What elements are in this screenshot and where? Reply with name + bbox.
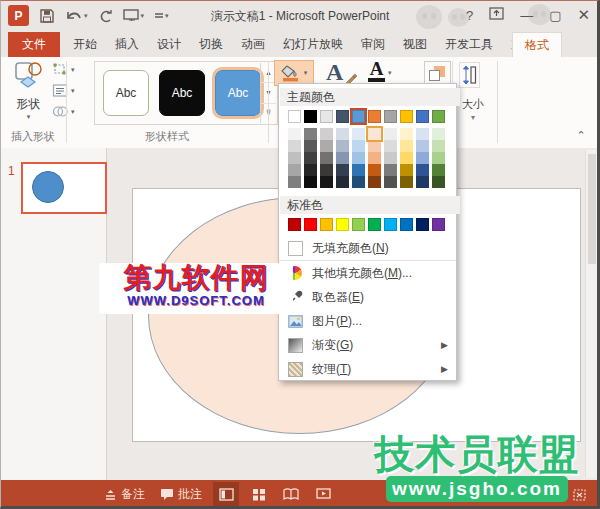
variant-color-swatch[interactable]: [384, 164, 397, 176]
standard-color-swatch[interactable]: [320, 218, 333, 231]
variant-color-swatch[interactable]: [336, 152, 349, 164]
close-button[interactable]: ✕: [577, 6, 590, 24]
variant-color-swatch[interactable]: [352, 152, 365, 164]
ribbon-tab[interactable]: 设计: [148, 32, 190, 57]
variant-color-swatch[interactable]: [368, 152, 381, 164]
variant-color-swatch[interactable]: [288, 152, 301, 164]
variant-color-swatch[interactable]: [416, 164, 429, 176]
variant-color-swatch[interactable]: [336, 164, 349, 176]
variant-color-swatch[interactable]: [400, 152, 413, 164]
standard-color-swatch[interactable]: [288, 218, 301, 231]
menu-item-no-fill[interactable]: 无填充颜色(N): [279, 236, 456, 261]
variant-color-swatch[interactable]: [432, 152, 445, 164]
redo-button[interactable]: [98, 9, 113, 23]
ribbon-tab[interactable]: 开发工具: [436, 32, 502, 57]
collapse-ribbon-button[interactable]: ⌃: [572, 129, 590, 142]
slide-thumbnail[interactable]: [21, 162, 107, 214]
variant-color-swatch[interactable]: [384, 140, 397, 152]
scrollbar-thumb[interactable]: [588, 154, 596, 264]
variant-color-swatch[interactable]: [384, 176, 397, 188]
vertical-scrollbar[interactable]: [585, 150, 598, 478]
powerpoint-logo-icon[interactable]: P: [8, 5, 29, 26]
menu-item-gradient[interactable]: 渐变(G)▶: [279, 333, 456, 357]
theme-color-swatch[interactable]: [368, 110, 381, 123]
start-slideshow-button[interactable]: ▾: [123, 9, 145, 23]
variant-color-swatch[interactable]: [432, 128, 445, 140]
variant-color-swatch[interactable]: [336, 176, 349, 188]
variant-color-swatch[interactable]: [320, 140, 333, 152]
variant-color-swatch[interactable]: [368, 140, 381, 152]
variant-color-swatch[interactable]: [320, 176, 333, 188]
edit-shape-button[interactable]: ▾: [52, 61, 75, 78]
theme-color-swatch[interactable]: [384, 110, 397, 123]
variant-color-swatch[interactable]: [304, 176, 317, 188]
variant-color-swatch[interactable]: [368, 176, 381, 188]
variant-color-swatch[interactable]: [416, 140, 429, 152]
theme-color-swatch[interactable]: [416, 110, 429, 123]
shape-style-tile[interactable]: Abc: [215, 70, 261, 116]
menu-item-texture[interactable]: 纹理(T)▶: [279, 357, 456, 381]
variant-color-swatch[interactable]: [416, 176, 429, 188]
menu-item-eyedropper[interactable]: 取色器(E): [279, 285, 456, 309]
variant-color-swatch[interactable]: [432, 176, 445, 188]
menu-item-more-fill-colors[interactable]: 其他填充颜色(M)...: [279, 261, 456, 285]
text-box-button[interactable]: ▾: [52, 82, 75, 99]
variant-color-swatch[interactable]: [352, 164, 365, 176]
variant-color-swatch[interactable]: [320, 128, 333, 140]
ribbon-tab[interactable]: 视图: [394, 32, 436, 57]
variant-color-swatch[interactable]: [288, 176, 301, 188]
variant-color-swatch[interactable]: [400, 164, 413, 176]
shapes-button[interactable]: 形状 ▾: [6, 60, 50, 126]
standard-color-swatch[interactable]: [384, 218, 397, 231]
size-button[interactable]: [459, 62, 480, 88]
ribbon-tab[interactable]: 切换: [190, 32, 232, 57]
theme-color-swatch[interactable]: [304, 110, 317, 123]
variant-color-swatch[interactable]: [336, 128, 349, 140]
standard-color-swatch[interactable]: [304, 218, 317, 231]
tab-format-active[interactable]: 格式: [512, 32, 562, 57]
merge-shapes-button[interactable]: ▾: [52, 103, 75, 120]
variant-color-swatch[interactable]: [304, 140, 317, 152]
variant-color-swatch[interactable]: [304, 128, 317, 140]
standard-color-swatch[interactable]: [352, 218, 365, 231]
theme-color-swatch[interactable]: [352, 110, 365, 123]
slideshow-view-button[interactable]: [310, 482, 336, 507]
ribbon-tab[interactable]: 开始: [64, 32, 106, 57]
tab-file[interactable]: 文件: [8, 32, 60, 57]
variant-color-swatch[interactable]: [288, 164, 301, 176]
variant-color-swatch[interactable]: [400, 140, 413, 152]
standard-color-swatch[interactable]: [368, 218, 381, 231]
variant-color-swatch[interactable]: [384, 128, 397, 140]
theme-color-swatch[interactable]: [432, 110, 445, 123]
ribbon-tab[interactable]: 幻灯片放映: [274, 32, 352, 57]
variant-color-swatch[interactable]: [320, 152, 333, 164]
normal-view-button[interactable]: [213, 482, 239, 507]
variant-color-swatch[interactable]: [432, 164, 445, 176]
variant-color-swatch[interactable]: [416, 128, 429, 140]
variant-color-swatch[interactable]: [432, 140, 445, 152]
save-icon[interactable]: [39, 8, 55, 24]
variant-color-swatch[interactable]: [400, 128, 413, 140]
theme-color-swatch[interactable]: [320, 110, 333, 123]
standard-color-swatch[interactable]: [416, 218, 429, 231]
variant-color-swatch[interactable]: [304, 164, 317, 176]
theme-color-swatch[interactable]: [336, 110, 349, 123]
reading-view-button[interactable]: [278, 482, 304, 507]
variant-color-swatch[interactable]: [368, 128, 381, 140]
variant-color-swatch[interactable]: [352, 140, 365, 152]
shape-style-tile[interactable]: Abc: [103, 70, 149, 116]
ribbon-tab[interactable]: 插入: [106, 32, 148, 57]
ribbon-display-options-button[interactable]: [489, 7, 504, 23]
ribbon-tab[interactable]: 审阅: [352, 32, 394, 57]
theme-color-swatch[interactable]: [288, 110, 301, 123]
standard-color-swatch[interactable]: [336, 218, 349, 231]
variant-color-swatch[interactable]: [368, 164, 381, 176]
variant-color-swatch[interactable]: [336, 140, 349, 152]
shape-style-tile[interactable]: Abc: [159, 70, 205, 116]
comments-button[interactable]: 批注: [160, 480, 202, 509]
slide-sorter-view-button[interactable]: [246, 482, 272, 507]
variant-color-swatch[interactable]: [400, 176, 413, 188]
undo-button[interactable]: ▾: [65, 9, 88, 23]
variant-color-swatch[interactable]: [384, 152, 397, 164]
standard-color-swatch[interactable]: [400, 218, 413, 231]
